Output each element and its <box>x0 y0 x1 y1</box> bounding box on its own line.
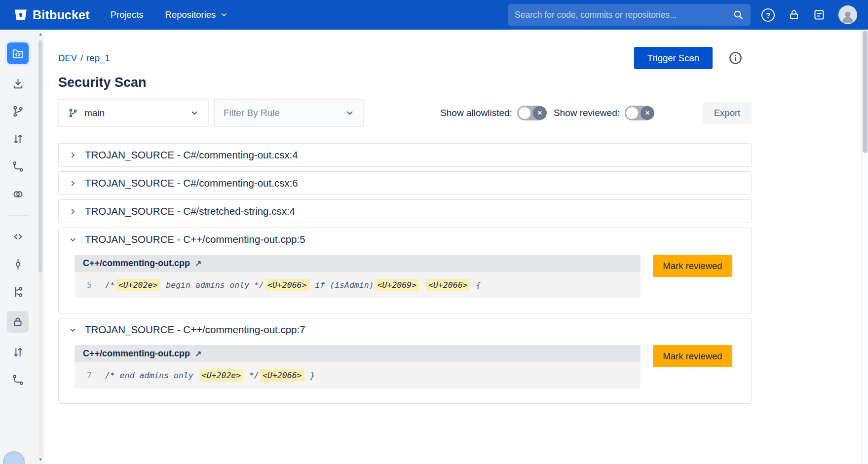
user-avatar[interactable] <box>838 5 857 24</box>
source-code-icon[interactable] <box>9 228 26 245</box>
main-nav: Projects Repositories <box>111 9 228 20</box>
chevron-right-icon <box>69 152 76 159</box>
chevron-down-icon <box>190 109 199 117</box>
forks-icon[interactable] <box>9 186 26 202</box>
pull-requests-icon[interactable] <box>9 130 26 147</box>
finding-title: TROJAN_SOURCE - C++/commenting-out.cpp:7 <box>85 324 305 336</box>
finding-title: TROJAN_SOURCE - C#/commenting-out.csx:6 <box>85 177 298 189</box>
bitbucket-logo-icon <box>14 8 28 22</box>
external-link-icon[interactable]: ↗ <box>195 349 201 358</box>
line-number: 7 <box>83 371 92 380</box>
scroll-up-icon[interactable]: ▲ <box>38 32 43 37</box>
code-text-segment: /* <box>105 280 115 290</box>
finding-card: TROJAN_SOURCE - C#/stretched-string.csx:… <box>58 199 752 223</box>
nav-projects[interactable]: Projects <box>111 9 144 20</box>
line-number: 5 <box>83 280 92 290</box>
top-navbar: Bitbucket Projects Repositories ? <box>0 0 868 30</box>
file-name-link[interactable]: C++/commenting-out.cpp <box>83 258 190 269</box>
finding-title: TROJAN_SOURCE - C++/commenting-out.cpp:5 <box>85 233 305 245</box>
commits-icon[interactable] <box>9 103 26 119</box>
code-text-segment <box>420 280 425 290</box>
code-line: 5 /*<U+202e> begin admins only */<U+2066… <box>75 272 641 298</box>
unicode-control-token: <U+2066> <box>426 279 470 291</box>
rule-filter-placeholder: Filter By Rule <box>224 108 280 118</box>
page-scroll-thumb[interactable] <box>863 31 868 153</box>
commit-graph-icon[interactable] <box>9 256 26 272</box>
pull-request-icon-2[interactable] <box>9 344 26 360</box>
unicode-control-token: <U+202e> <box>199 369 243 382</box>
security-scan-icon[interactable] <box>7 311 29 333</box>
search-input[interactable] <box>515 10 733 20</box>
finding-row[interactable]: TROJAN_SOURCE - C#/commenting-out.csx:6 <box>59 172 751 194</box>
rule-filter-selector[interactable]: Filter By Rule <box>214 99 364 127</box>
repo-avatar[interactable] <box>7 42 29 64</box>
unicode-control-token: <U+2069> <box>375 279 419 291</box>
show-allowlisted-toggle[interactable]: ✕ <box>517 106 546 120</box>
nav-repositories[interactable]: Repositories <box>165 9 228 20</box>
code-text-segment: { <box>471 280 481 290</box>
compare-icon-2[interactable] <box>9 371 26 388</box>
finding-row[interactable]: TROJAN_SOURCE - C#/commenting-out.csx:4 <box>59 144 751 166</box>
code-snippet: C++/commenting-out.cpp ↗ 7 /* end admins… <box>75 345 641 388</box>
trigger-scan-button[interactable]: Trigger Scan <box>634 47 713 69</box>
toggle-off-icon: ✕ <box>533 106 547 120</box>
feedback-icon[interactable] <box>813 9 825 21</box>
finding-card-expanded: TROJAN_SOURCE - C++/commenting-out.cpp:7… <box>58 318 752 404</box>
help-icon[interactable]: ? <box>761 8 775 22</box>
finding-detail: C++/commenting-out.cpp ↗ 5 /*<U+202e> be… <box>59 251 751 313</box>
help-glyph: ? <box>766 11 770 19</box>
mark-reviewed-button[interactable]: Mark reviewed <box>653 255 732 277</box>
toggle-group: Show allowlisted: ✕ Show reviewed: ✕ <box>440 106 653 120</box>
breadcrumb: DEV/rep_1 <box>58 53 110 64</box>
page-header-row: DEV/rep_1 Trigger Scan <box>58 47 752 69</box>
code-text-segment: /* end admins only <box>105 371 198 380</box>
breadcrumb-project-link[interactable]: DEV <box>58 53 77 63</box>
filters-row: main Filter By Rule Show allowlisted: <box>58 99 752 127</box>
file-name-link[interactable]: C++/commenting-out.cpp <box>83 348 190 359</box>
compare-icon[interactable] <box>9 158 26 175</box>
finding-detail: C++/commenting-out.cpp ↗ 7 /* end admins… <box>59 341 751 403</box>
scroll-down-icon[interactable]: ▼ <box>38 457 43 462</box>
partially-visible-avatar <box>3 451 25 464</box>
finding-card: TROJAN_SOURCE - C#/commenting-out.csx:6 <box>58 171 752 195</box>
info-icon[interactable] <box>728 51 743 65</box>
sidebar-divider <box>7 215 29 216</box>
mark-reviewed-button[interactable]: Mark reviewed <box>653 345 732 367</box>
code-text-segment: if (isAdmin) <box>310 280 374 290</box>
search-icon[interactable] <box>733 9 744 20</box>
brand-name: Bitbucket <box>33 8 90 22</box>
external-link-icon[interactable]: ↗ <box>195 259 201 268</box>
clone-icon[interactable] <box>9 75 26 92</box>
sidebar-scrollbar[interactable]: ▲ ▼ <box>38 32 43 462</box>
code-file-header: C++/commenting-out.cpp ↗ <box>75 345 641 362</box>
branches-icon[interactable] <box>9 283 26 300</box>
app-shell: ▲ ▼ DEV/rep_1 Trigger Scan Security Scan <box>0 30 868 464</box>
code-text-segment: } <box>305 371 315 380</box>
sidebar-scroll-thumb[interactable] <box>38 40 42 272</box>
repo-sidebar: ▲ ▼ <box>0 30 44 464</box>
nav-projects-label: Projects <box>111 9 144 20</box>
toggle-off-icon: ✕ <box>641 106 654 120</box>
export-button[interactable]: Export <box>703 102 752 124</box>
finding-card-expanded: TROJAN_SOURCE - C++/commenting-out.cpp:5… <box>58 228 752 313</box>
chevron-down-icon <box>69 326 76 334</box>
show-reviewed-toggle[interactable]: ✕ <box>625 106 653 120</box>
lock-icon[interactable] <box>788 9 800 21</box>
code-snippet: C++/commenting-out.cpp ↗ 5 /*<U+202e> be… <box>75 255 641 298</box>
finding-row[interactable]: TROJAN_SOURCE - C++/commenting-out.cpp:5 <box>59 228 751 251</box>
branch-selected-value: main <box>84 108 105 118</box>
finding-row[interactable]: TROJAN_SOURCE - C++/commenting-out.cpp:7 <box>59 318 751 341</box>
branch-selector[interactable]: main <box>58 99 209 127</box>
global-search[interactable] <box>508 4 751 26</box>
main-content: DEV/rep_1 Trigger Scan Security Scan mai… <box>44 30 868 464</box>
findings-list: TROJAN_SOURCE - C#/commenting-out.csx:4 … <box>58 143 752 404</box>
finding-row[interactable]: TROJAN_SOURCE - C#/stretched-string.csx:… <box>59 200 751 223</box>
finding-title: TROJAN_SOURCE - C#/commenting-out.csx:4 <box>85 149 298 161</box>
breadcrumb-repo-link[interactable]: rep_1 <box>86 53 110 63</box>
unicode-control-token: <U+2066> <box>260 369 304 382</box>
chevron-right-icon <box>69 180 76 187</box>
bitbucket-home-link[interactable]: Bitbucket <box>14 8 90 22</box>
chevron-down-icon <box>345 109 354 117</box>
chevron-right-icon <box>69 208 76 215</box>
page-scrollbar[interactable] <box>861 30 868 464</box>
